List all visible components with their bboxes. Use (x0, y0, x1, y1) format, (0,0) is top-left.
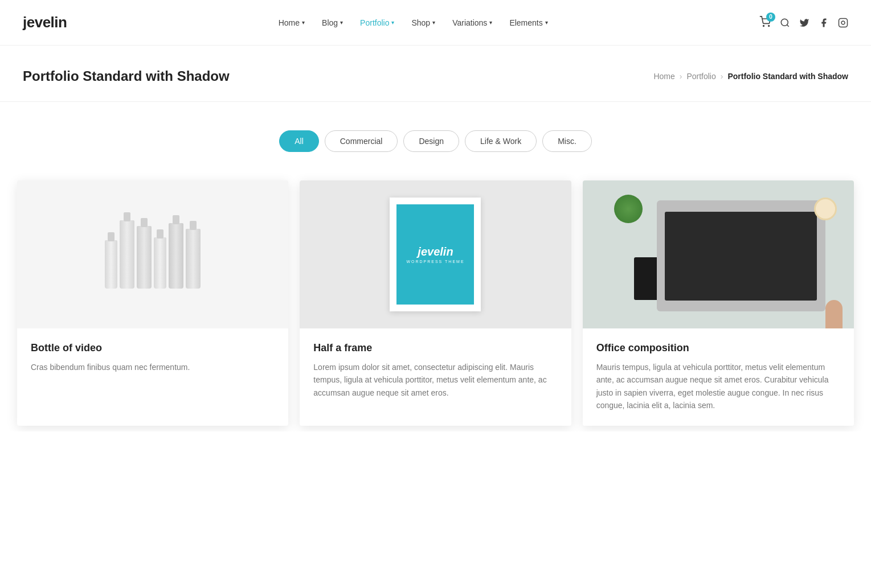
card-content: Half a frame Lorem ipsum dolor sit amet,… (300, 328, 571, 413)
frame-logo-sub: WORDPRESS THEME (406, 260, 464, 264)
svg-rect-4 (839, 18, 848, 27)
svg-line-3 (787, 24, 788, 26)
card-content: Bottle of video Cras bibendum finibus qu… (17, 328, 288, 387)
card-content: Office composition Mauris tempus, ligula… (583, 328, 854, 426)
frame-outer: jevelin WORDPRESS THEME (390, 198, 481, 311)
facebook-icon[interactable] (819, 18, 829, 28)
card-image-bottles (17, 180, 288, 328)
svg-point-0 (763, 25, 764, 26)
portfolio-card: Office composition Mauris tempus, ligula… (583, 180, 854, 426)
chevron-down-icon: ▾ (489, 19, 492, 26)
card-image-frame: jevelin WORDPRESS THEME (300, 180, 571, 328)
chevron-down-icon: ▾ (545, 19, 548, 26)
nav-blog[interactable]: Blog ▾ (315, 14, 350, 32)
nav-variations[interactable]: Variations ▾ (445, 14, 499, 32)
portfolio-card: Bottle of video Cras bibendum finibus qu… (17, 180, 288, 426)
bottles-illustration (17, 180, 288, 328)
breadcrumb-separator: › (721, 72, 723, 81)
nav-portfolio[interactable]: Portfolio ▾ (353, 14, 401, 32)
office-illustration (583, 180, 854, 328)
portfolio-card: jevelin WORDPRESS THEME Half a frame Lor… (300, 180, 571, 426)
breadcrumb-separator: › (680, 72, 682, 81)
breadcrumb-portfolio[interactable]: Portfolio (686, 72, 715, 81)
frame-inner: jevelin WORDPRESS THEME (396, 204, 474, 305)
card-description: Mauris tempus, ligula at vehicula portti… (596, 361, 840, 412)
page-header: Portfolio Standard with Shadow Home › Po… (0, 46, 871, 102)
filter-design[interactable]: Design (403, 130, 459, 152)
breadcrumb: Home › Portfolio › Portfolio Standard wi… (653, 72, 848, 81)
filter-misc[interactable]: Misc. (542, 130, 592, 152)
nav-shop[interactable]: Shop ▾ (404, 14, 442, 32)
svg-point-1 (768, 25, 770, 26)
card-title: Office composition (596, 342, 840, 354)
instagram-icon[interactable] (838, 18, 848, 28)
frame-logo-text: jevelin (418, 245, 453, 258)
site-logo[interactable]: jevelin (23, 14, 67, 31)
page-title: Portfolio Standard with Shadow (23, 68, 230, 84)
filter-all[interactable]: All (279, 130, 319, 152)
svg-point-2 (781, 19, 788, 26)
frame-illustration: jevelin WORDPRESS THEME (300, 180, 571, 328)
chevron-down-icon: ▾ (432, 19, 435, 26)
site-header: jevelin Home ▾ Blog ▾ Portfolio ▾ Shop ▾… (0, 0, 871, 46)
card-description: Cras bibendum finibus quam nec fermentum… (31, 361, 275, 373)
nav-elements[interactable]: Elements ▾ (502, 14, 554, 32)
filter-life-work[interactable]: Life & Work (465, 130, 537, 152)
search-button[interactable] (780, 18, 790, 28)
cart-badge: 0 (766, 13, 775, 22)
main-nav: Home ▾ Blog ▾ Portfolio ▾ Shop ▾ Variati… (272, 14, 555, 32)
card-title: Bottle of video (31, 342, 275, 354)
card-description: Lorem ipsum dolor sit amet, consectetur … (313, 361, 557, 399)
twitter-icon[interactable] (799, 18, 809, 28)
card-image-office (583, 180, 854, 328)
chevron-down-icon: ▾ (340, 19, 343, 26)
breadcrumb-current: Portfolio Standard with Shadow (727, 72, 848, 81)
chevron-down-icon: ▾ (302, 19, 305, 26)
card-title: Half a frame (313, 342, 557, 354)
chevron-down-icon: ▾ (391, 19, 394, 26)
nav-home[interactable]: Home ▾ (272, 14, 312, 32)
filter-commercial[interactable]: Commercial (325, 130, 398, 152)
portfolio-grid: Bottle of video Cras bibendum finibus qu… (0, 175, 871, 431)
header-icons: 0 (759, 16, 848, 30)
breadcrumb-home[interactable]: Home (653, 72, 674, 81)
cart-button[interactable]: 0 (759, 16, 771, 30)
filter-section: All Commercial Design Life & Work Misc. (0, 102, 871, 175)
